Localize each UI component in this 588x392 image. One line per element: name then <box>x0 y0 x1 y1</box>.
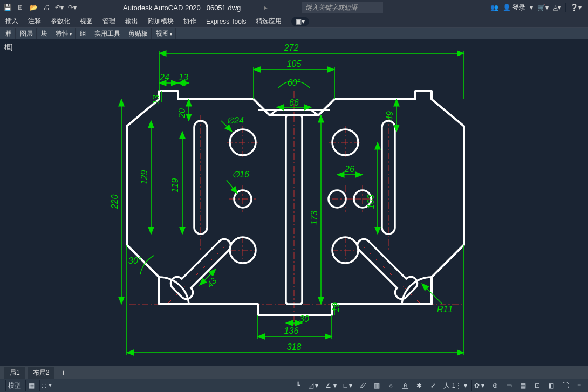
svg-text:30°: 30° <box>128 256 142 265</box>
tab-layout2[interactable]: 布局2 <box>28 367 55 379</box>
cart-icon[interactable]: 🛒▾ <box>537 4 549 11</box>
svg-text:119: 119 <box>170 178 180 193</box>
panel-view[interactable]: 视图▾ <box>153 28 176 39</box>
save-icon[interactable]: 💾 <box>2 2 13 13</box>
svg-text:136: 136 <box>284 326 299 335</box>
customize-icon[interactable]: ≡ <box>573 380 585 391</box>
login-button[interactable]: 👤 登录 <box>503 3 525 12</box>
annot-scale-icon[interactable]: 🄰 <box>399 380 411 391</box>
svg-text:30: 30 <box>299 314 309 324</box>
svg-text:66: 66 <box>289 98 299 107</box>
lock-ui-icon[interactable]: ⊡ <box>531 380 543 391</box>
search-input[interactable]: 键入关键字或短语 <box>302 2 383 13</box>
iso-icon[interactable]: ◧ <box>545 380 557 391</box>
lineweight-icon[interactable]: 🖊 <box>357 380 368 391</box>
autodesk-app-icon[interactable]: ◬▾ <box>553 4 561 11</box>
svg-line-47 <box>227 180 237 194</box>
annot-auto-icon[interactable]: ⤢ <box>427 380 439 391</box>
quick-props-icon[interactable]: ▤ <box>517 380 529 391</box>
layout-tabs: 局1 布局2 + <box>0 366 588 379</box>
drawing-canvas[interactable]: 框] <box>0 40 588 366</box>
save-as-icon[interactable]: 🗎 <box>15 2 26 13</box>
osnap-icon[interactable]: □ ▾ <box>341 380 355 391</box>
menu-parametric[interactable]: 参数化 <box>51 17 70 26</box>
transparency-icon[interactable]: ▥ <box>371 380 382 391</box>
redo-icon[interactable]: ↷▾ <box>67 2 78 13</box>
menubar: 插入 注释 参数化 视图 管理 输出 附加模块 协作 Express Tools… <box>0 15 588 28</box>
scale-list-icon[interactable]: 人 1⋮ ▾ <box>441 380 469 391</box>
snap-icon[interactable]: ⸬ ▾ <box>39 380 54 391</box>
svg-text:318: 318 <box>287 342 302 352</box>
ribbon-panels: 释 图层 块 特性▾ 组 实用工具 剪贴板 视图▾ <box>0 28 588 40</box>
svg-text:220: 220 <box>110 195 119 210</box>
isodraft-icon[interactable]: ∠ ▾ <box>323 380 338 391</box>
svg-text:49: 49 <box>385 111 394 121</box>
clean-screen-icon[interactable]: ⛶ <box>559 380 571 391</box>
titlebar: 💾 🗎 📂 🖨 ↶▾ ↷▾ Autodesk AutoCAD 2020 0605… <box>0 0 588 15</box>
workspace-icon[interactable]: ✿ ▾ <box>471 380 487 391</box>
svg-text:26: 26 <box>344 164 354 174</box>
menu-output[interactable]: 输出 <box>125 17 138 26</box>
svg-text:∅24: ∅24 <box>227 116 244 125</box>
panel-block[interactable]: 块 <box>38 28 51 39</box>
menu-express[interactable]: Express Tools <box>206 18 246 25</box>
panel-clipboard[interactable]: 剪贴板 <box>125 28 152 39</box>
plot-icon[interactable]: 🖨 <box>41 2 52 13</box>
svg-text:R11: R11 <box>437 305 453 314</box>
panel-utilities[interactable]: 实用工具 <box>91 28 124 39</box>
svg-text:272: 272 <box>284 43 299 52</box>
open-icon[interactable]: 📂 <box>28 2 39 13</box>
svg-text:60°: 60° <box>288 78 301 87</box>
annot-vis-icon[interactable]: ✱ <box>413 380 425 391</box>
svg-text:24: 24 <box>159 73 169 82</box>
cycling-icon[interactable]: ⟐ <box>385 380 396 391</box>
frame-label: 框] <box>4 43 12 52</box>
login-dropdown-icon[interactable]: ▾ <box>530 4 533 11</box>
svg-text:∅16: ∅16 <box>232 170 249 179</box>
menu-toggle-icon[interactable]: ▣▾ <box>291 17 309 26</box>
menu-view[interactable]: 视图 <box>80 17 93 26</box>
infocenter-icon[interactable]: 👥 <box>490 4 498 11</box>
svg-text:13: 13 <box>179 73 188 82</box>
model-button[interactable]: 模型 <box>5 380 23 391</box>
svg-text:173: 173 <box>310 211 319 225</box>
svg-line-19 <box>361 245 421 304</box>
menu-featured[interactable]: 精选应用 <box>256 17 282 26</box>
tab-layout1[interactable]: 局1 <box>4 367 25 379</box>
panel-group[interactable]: 组 <box>77 28 90 39</box>
units-icon[interactable]: ▭ <box>503 380 515 391</box>
tab-add[interactable]: + <box>57 367 70 379</box>
app-title: Autodesk AutoCAD 2020 06051.dwg <box>123 4 241 12</box>
menu-insert[interactable]: 插入 <box>5 17 18 26</box>
svg-text:13: 13 <box>152 95 161 105</box>
ortho-icon[interactable]: ┗ <box>292 380 304 391</box>
menu-manage[interactable]: 管理 <box>102 17 115 26</box>
svg-text:19: 19 <box>331 302 340 312</box>
help-icon[interactable]: ❔▾ <box>570 4 582 11</box>
polar-icon[interactable]: ◿ ▾ <box>306 380 320 391</box>
panel-properties[interactable]: 特性▾ <box>52 28 76 39</box>
panel-select[interactable]: 释 <box>2 28 16 39</box>
svg-text:20: 20 <box>177 108 187 119</box>
undo-icon[interactable]: ↶▾ <box>54 2 65 13</box>
menu-annotate[interactable]: 注释 <box>28 17 41 26</box>
svg-text:129: 129 <box>140 170 149 185</box>
svg-line-18 <box>167 245 227 304</box>
menu-collaborate[interactable]: 协作 <box>183 17 196 26</box>
annotation-monitor-icon[interactable]: ⊕ <box>489 380 501 391</box>
panel-layers[interactable]: 图层 <box>17 28 37 39</box>
grid-icon[interactable]: ▦ <box>25 380 37 391</box>
search-arrow-icon: ▸ <box>264 4 268 11</box>
menu-addins[interactable]: 附加模块 <box>148 17 174 26</box>
svg-text:103: 103 <box>366 195 375 209</box>
statusbar: 模型 ▦ ⸬ ▾ ┗ ◿ ▾ ∠ ▾ □ ▾ 🖊 ▥ ⟐ 🄰 ✱ ⤢ 人 1⋮ … <box>0 379 588 392</box>
svg-text:105: 105 <box>287 59 302 68</box>
